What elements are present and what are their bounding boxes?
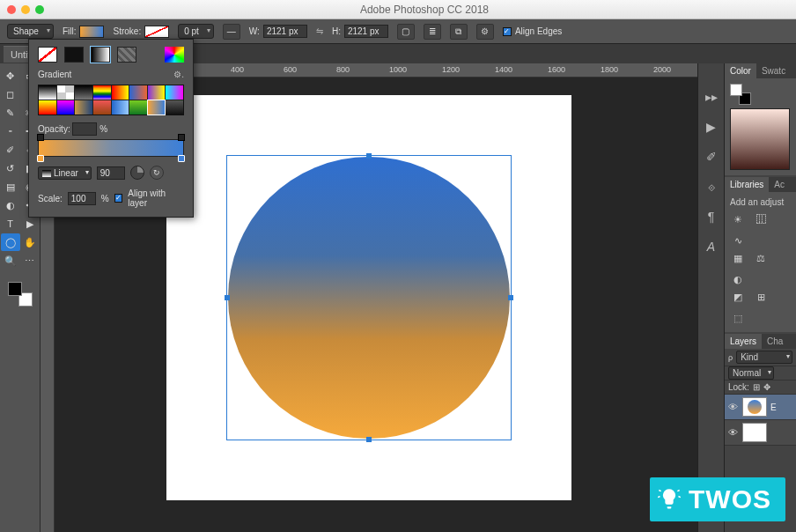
zoom-window-button[interactable] <box>35 5 44 14</box>
filter-kind-dropdown[interactable]: Kind <box>736 351 792 364</box>
height-input[interactable] <box>344 25 388 38</box>
type-tool[interactable]: T <box>1 215 20 233</box>
clone-panel-icon[interactable]: ⟐ <box>708 180 715 194</box>
close-window-button[interactable] <box>7 5 16 14</box>
transform-handle-right[interactable] <box>508 295 513 300</box>
history-panel-icon[interactable]: ▸▸ <box>705 90 718 104</box>
play-icon[interactable]: ▶ <box>706 120 716 134</box>
opacity-stop-right[interactable] <box>178 134 185 141</box>
opacity-label: Opacity: <box>38 124 70 134</box>
transform-handle-top[interactable] <box>366 153 372 159</box>
actions-tab[interactable]: Ac <box>769 177 790 192</box>
app-title: Adobe Photoshop CC 2018 <box>60 4 789 16</box>
link-wh-icon[interactable]: ⇋ <box>316 26 323 36</box>
channels-tab[interactable]: Cha <box>762 334 788 349</box>
hand-tool[interactable]: ✋ <box>20 233 40 251</box>
artboard <box>166 95 571 500</box>
pattern-fill-button[interactable] <box>117 47 136 63</box>
gradient-tool[interactable]: ▤ <box>1 178 20 196</box>
history-brush-tool[interactable]: ↺ <box>1 159 20 177</box>
ellipse-tool[interactable]: ◯ <box>1 233 20 251</box>
color-panel: ColorSwatc <box>725 63 796 175</box>
align-edges-checkbox[interactable]: ✓ <box>503 27 512 36</box>
curves-icon[interactable]: ∿ <box>730 233 746 248</box>
lock-label: Lock: <box>728 382 749 392</box>
blend-mode-dropdown[interactable]: Normal <box>728 366 774 380</box>
width-input[interactable] <box>263 25 307 38</box>
channel-mixer-icon[interactable]: ⊞ <box>753 290 769 304</box>
scale-label: Scale: <box>38 194 63 203</box>
gradient-presets-grid[interactable] <box>38 85 184 115</box>
color-picker-field[interactable] <box>730 108 790 170</box>
path-arrange-button[interactable]: ⧉ <box>450 24 468 40</box>
stroke-width-dropdown[interactable]: 0 pt <box>178 24 214 39</box>
quick-select-tool[interactable]: ✎ <box>1 104 20 122</box>
move-tool[interactable]: ✥ <box>1 67 20 85</box>
opacity-stop-left[interactable] <box>37 134 44 141</box>
transform-handle-bottom[interactable] <box>366 437 372 442</box>
layer-row-background[interactable]: 👁 <box>725 420 796 446</box>
layer-name[interactable]: E <box>770 403 777 412</box>
layer-visibility-icon[interactable]: 👁 <box>728 427 739 438</box>
levels-icon[interactable]: ⿲ <box>753 212 769 226</box>
fill-swatch[interactable] <box>79 26 104 38</box>
gradient-section-label: Gradient <box>38 70 71 79</box>
opacity-input[interactable] <box>72 122 97 136</box>
lightbulb-icon <box>657 487 682 512</box>
layers-tab[interactable]: Layers <box>725 334 762 349</box>
layer-visibility-icon[interactable]: 👁 <box>728 402 739 412</box>
scale-input[interactable] <box>68 192 96 205</box>
height-label: H: <box>332 26 341 36</box>
stroke-options-button[interactable]: — <box>223 24 240 40</box>
reverse-gradient-icon[interactable]: ↻ <box>150 166 164 180</box>
color-fgbg-swatch[interactable] <box>730 84 751 105</box>
shape-options-button[interactable]: ⚙ <box>476 24 494 40</box>
stroke-swatch[interactable] <box>144 26 169 38</box>
photo-filter-icon[interactable]: ◩ <box>730 290 746 304</box>
edit-toolbar[interactable]: ⋯ <box>20 252 40 270</box>
color-stop-left[interactable] <box>37 155 44 162</box>
tool-mode-dropdown[interactable]: Shape <box>7 24 54 39</box>
width-label: W: <box>249 26 260 36</box>
dodge-tool[interactable]: ◐ <box>1 196 20 214</box>
path-select-tool[interactable]: ▶ <box>20 215 40 233</box>
layer-row-ellipse[interactable]: 👁 E <box>725 395 796 420</box>
path-align-button[interactable]: ≣ <box>424 24 441 40</box>
paragraph-panel-icon[interactable]: ¶ <box>708 210 715 224</box>
foreground-background-color[interactable] <box>8 282 33 307</box>
gradient-menu-icon[interactable]: ⚙. <box>173 70 184 79</box>
gradient-type-dropdown[interactable]: Linear <box>38 166 92 180</box>
libraries-tab[interactable]: Libraries <box>725 177 769 192</box>
hue-sat-icon[interactable]: ▦ <box>730 251 746 265</box>
brush-panel-icon[interactable]: ✐ <box>706 150 717 164</box>
solid-fill-button[interactable] <box>64 47 84 63</box>
brightness-icon[interactable]: ☀ <box>730 212 746 226</box>
selection-bounding-box[interactable] <box>226 155 512 440</box>
gradient-fill-button[interactable] <box>91 47 110 63</box>
transform-handle-left[interactable] <box>225 295 230 300</box>
marquee-tool[interactable]: ◻ <box>1 85 20 103</box>
character-panel-icon[interactable]: A <box>707 240 715 254</box>
color-tab[interactable]: Color <box>725 63 756 78</box>
zoom-tool[interactable]: 🔍 <box>1 252 20 270</box>
align-with-layer-checkbox[interactable]: ✓ <box>114 194 123 203</box>
align-with-layer-label: Align with layer <box>128 188 184 208</box>
gradient-ramp[interactable] <box>38 139 184 157</box>
eyedropper-tool[interactable]: ⁃ <box>1 122 20 140</box>
layers-panel: LayersCha ρKind Normal Lock:⊞✥ 👁 E 👁 <box>725 334 796 446</box>
minimize-window-button[interactable] <box>21 5 30 14</box>
bw-icon[interactable]: ◐ <box>730 272 746 286</box>
color-balance-icon[interactable]: ⚖ <box>753 251 769 265</box>
path-ops-button[interactable]: ▢ <box>397 24 415 40</box>
gradient-fill-popup: Gradient ⚙. Opacity: % Linear ↻ Scale: <box>28 39 194 218</box>
color-stop-right[interactable] <box>178 155 185 162</box>
invert-icon[interactable]: ⬚ <box>730 311 746 325</box>
lock-pixels-icon[interactable]: ⊞ <box>753 382 760 392</box>
brush-tool[interactable]: ✐ <box>1 141 20 159</box>
swatches-tab[interactable]: Swatc <box>756 63 791 78</box>
angle-dial[interactable] <box>130 166 144 180</box>
lock-position-icon[interactable]: ✥ <box>763 382 770 392</box>
color-picker-button[interactable] <box>165 47 184 63</box>
no-fill-button[interactable] <box>38 47 57 63</box>
gradient-angle-input[interactable] <box>97 166 125 180</box>
